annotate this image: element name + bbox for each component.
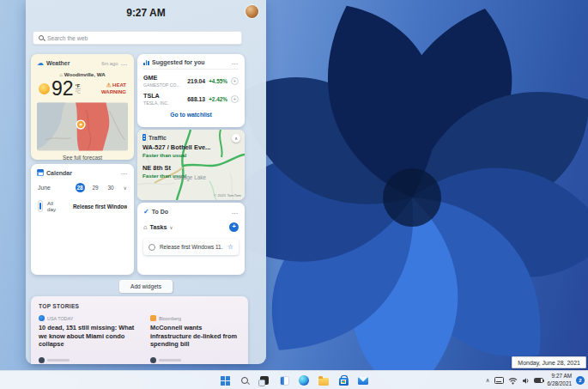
start-button[interactable] [218, 374, 233, 388]
search-icon [39, 35, 44, 40]
weather-menu-button[interactable]: … [121, 62, 129, 65]
task-title: Release first Windows 11... [160, 244, 223, 250]
calendar-expand-chevron-icon[interactable]: ∨ [124, 185, 127, 191]
mail-button[interactable] [356, 374, 371, 388]
notification-badge[interactable]: 2 [576, 376, 585, 385]
event-color-bar [38, 200, 43, 212]
todo-menu-button[interactable]: … [232, 210, 239, 214]
article-headline: 10 dead, 151 still missing: What we know… [39, 324, 140, 349]
weather-updated: 6m ago [101, 61, 118, 66]
go-to-watchlist-link[interactable]: Go to watchlist [143, 112, 239, 118]
tray-clock[interactable]: 9:27 AM 6/28/2021 [548, 373, 572, 387]
tray-date: 6/28/2021 [548, 380, 572, 388]
heat-warning-label: ⚠ HEAT WARNING [97, 82, 126, 95]
tasks-dropdown-chevron-icon[interactable]: ∨ [169, 225, 173, 230]
weather-widget[interactable]: ☁ Weather 6m ago … ⌂ Woodinville, WA 92 … [31, 54, 134, 160]
stock-row-gme[interactable]: GME GAMESTOP CO... 219.04 +4.55% + [143, 74, 239, 88]
file-explorer-button[interactable] [317, 374, 331, 388]
stock-symbol: GME [143, 74, 180, 82]
calendar-title: Calendar [46, 170, 72, 176]
compass-icon: ∧ [232, 134, 240, 143]
windows-logo-icon [221, 376, 230, 386]
house-icon: ⌂ [143, 223, 148, 231]
traffic-widget[interactable]: ∧ Traffic WA-527 / Bothell Eve... Faster… [137, 130, 245, 200]
map-label: Cottage Lake [173, 174, 206, 180]
wallpaper-bloom [236, 0, 588, 389]
store-bag-icon [339, 378, 349, 386]
hidden-icons-chevron-icon[interactable]: ∧ [486, 377, 490, 384]
desktop: 9:27 AM Search the web ☁ Weather 6m ago … [0, 0, 588, 389]
stock-row-tsla[interactable]: TSLA TESLA, INC. 688.13 +2.42% + [143, 92, 239, 106]
date-30[interactable]: 30 [106, 183, 116, 192]
tray-time: 9:27 AM [548, 373, 572, 380]
todo-widget[interactable]: ✓ To Do … ⌂ Tasks ∨ + Release first Wind… [137, 203, 245, 275]
task-item[interactable]: Release first Windows 11... ☆ [143, 239, 239, 255]
map-attribution: © 2021 TomTom [214, 193, 241, 198]
sun-icon [39, 83, 50, 94]
add-to-watchlist-button[interactable]: + [231, 95, 239, 103]
stock-price: 688.13 [187, 96, 205, 102]
article-source: Bloomberg [159, 316, 181, 321]
edge-browser-icon [299, 375, 309, 386]
widgets-icon [280, 376, 289, 386]
widgets-button[interactable] [277, 374, 292, 388]
stock-name: TESLA, INC. [143, 100, 169, 106]
stock-change: +4.55% [209, 78, 227, 84]
touch-keyboard-icon[interactable] [494, 377, 504, 384]
suggested-menu-button[interactable]: … [232, 61, 239, 64]
add-task-button[interactable]: + [229, 222, 239, 232]
stock-price: 219.04 [187, 78, 205, 84]
task-list-label[interactable]: Tasks [150, 223, 167, 231]
temperature-value: 92 [52, 79, 74, 99]
date-28[interactable]: 28 [76, 183, 85, 192]
task-view-button[interactable] [258, 374, 272, 388]
add-widgets-button[interactable]: Add widgets [119, 280, 173, 293]
traffic-route: NE 8th St [142, 164, 210, 172]
traffic-light-icon [142, 134, 146, 141]
taskbar-search-button[interactable] [238, 374, 252, 388]
search-placeholder: Search the web [47, 35, 88, 41]
avatar[interactable] [246, 5, 258, 18]
search-icon [241, 377, 248, 384]
cloud-icon: ☁ [37, 59, 44, 67]
weather-title: Weather [46, 60, 70, 66]
event-title: Release first Windows 1... [73, 204, 127, 210]
calendar-menu-button[interactable]: … [121, 171, 129, 174]
see-full-forecast-link[interactable]: See full forecast [37, 155, 128, 161]
unit-fahrenheit[interactable]: °F [76, 83, 81, 89]
calendar-icon [37, 169, 44, 176]
search-input[interactable]: Search the web [33, 31, 242, 45]
add-to-watchlist-button[interactable]: + [231, 77, 239, 85]
taskbar: ∧ 9:27 AM 6/28/2021 2 [0, 370, 588, 389]
stock-change: +2.42% [209, 96, 227, 102]
stock-symbol: TSLA [143, 92, 169, 100]
panel-clock: 9:27 AM [26, 7, 266, 19]
check-icon: ✓ [143, 208, 149, 216]
date-29[interactable]: 29 [91, 183, 100, 192]
volume-icon[interactable] [522, 377, 530, 385]
stocks-widget[interactable]: Suggested for you … GME GAMESTOP CO... 2… [137, 54, 245, 127]
article-logo-icon [39, 357, 45, 363]
top-stories-header: TOP STORIES [39, 303, 240, 309]
bloomberg-logo-icon [150, 315, 156, 321]
stock-name: GAMESTOP CO... [143, 82, 180, 88]
wifi-icon[interactable] [508, 377, 518, 385]
star-icon[interactable]: ☆ [227, 243, 233, 251]
top-stories-widget[interactable]: TOP STORIES USA TODAY 10 dead, 151 still… [31, 296, 248, 364]
warning-icon: ⚠ [106, 82, 111, 89]
battery-icon[interactable] [534, 378, 543, 383]
microsoft-store-button[interactable] [336, 374, 351, 388]
article-logo-icon [150, 357, 156, 363]
weather-map[interactable] [37, 102, 128, 151]
unit-celsius[interactable]: °C [76, 89, 81, 94]
traffic-title: Traffic [149, 135, 167, 141]
edge-button[interactable] [297, 374, 312, 388]
usa-today-logo-icon [39, 315, 45, 321]
folder-icon [318, 378, 329, 386]
calendar-widget[interactable]: Calendar … June 28 29 30 ∨ All day Relea… [31, 164, 134, 275]
task-complete-checkbox[interactable] [149, 244, 155, 251]
news-article[interactable]: USA TODAY 10 dead, 151 still missing: Wh… [39, 315, 140, 349]
news-article[interactable]: Bloomberg McConnell wants infrastructure… [150, 315, 243, 349]
calendar-event[interactable]: All day Release first Windows 1... [37, 200, 128, 212]
chart-icon [143, 59, 149, 65]
